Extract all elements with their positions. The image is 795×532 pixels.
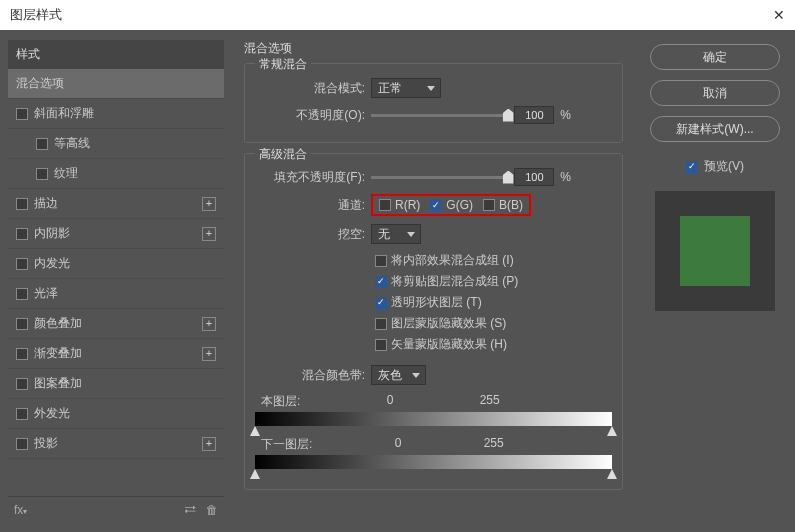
style-checkbox[interactable] (36, 138, 48, 150)
channel-r[interactable]: R(R) (379, 198, 420, 212)
panel-title: 混合选项 (244, 40, 623, 57)
style-item-12[interactable]: 投影+ (8, 429, 224, 459)
advanced-title: 高级混合 (255, 146, 311, 163)
style-checkbox[interactable] (16, 378, 28, 390)
fill-slider[interactable] (371, 176, 508, 179)
style-item-7[interactable]: 光泽 (8, 279, 224, 309)
cancel-button[interactable]: 取消 (650, 80, 780, 106)
style-item-6[interactable]: 内发光 (8, 249, 224, 279)
style-label: 内阴影 (34, 225, 70, 242)
adv-opt-3[interactable]: 图层蒙版隐藏效果 (S) (375, 315, 612, 332)
style-label: 颜色叠加 (34, 315, 82, 332)
style-item-4[interactable]: 描边+ (8, 189, 224, 219)
style-item-1[interactable]: 斜面和浮雕 (8, 99, 224, 129)
styles-header: 样式 (8, 40, 224, 69)
style-label: 光泽 (34, 285, 58, 302)
add-icon[interactable]: + (202, 347, 216, 361)
advanced-blend-group: 高级混合 填充不透明度(F): % 通道: R(R) G(G) B(B) 挖空: (244, 153, 623, 490)
style-checkbox[interactable] (16, 408, 28, 420)
style-checkbox[interactable] (16, 108, 28, 120)
knockout-select[interactable]: 无 (371, 224, 421, 244)
pct-label: % (560, 108, 571, 122)
style-checkbox[interactable] (16, 348, 28, 360)
preview-swatch-box (655, 191, 775, 311)
content-panel: 混合选项 常规混合 混合模式: 正常 不透明度(O): % 高级混合 填充不透明… (232, 30, 635, 532)
blendif-select[interactable]: 灰色 (371, 365, 426, 385)
this-layer-label: 本图层: (261, 393, 300, 410)
general-title: 常规混合 (255, 56, 311, 73)
close-icon[interactable]: ✕ (773, 7, 785, 23)
style-label: 混合选项 (16, 75, 64, 92)
style-checkbox[interactable] (36, 168, 48, 180)
adv-opt-4[interactable]: 矢量蒙版隐藏效果 (H) (375, 336, 612, 353)
arrow-up-down-icon[interactable]: ⮂ (184, 503, 196, 517)
window-title: 图层样式 (10, 6, 62, 24)
add-icon[interactable]: + (202, 317, 216, 331)
style-checkbox[interactable] (16, 228, 28, 240)
style-label: 外发光 (34, 405, 70, 422)
style-label: 渐变叠加 (34, 345, 82, 362)
style-item-11[interactable]: 外发光 (8, 399, 224, 429)
right-panel: 确定 取消 新建样式(W)... 预览(V) (635, 30, 795, 532)
opacity-label: 不透明度(O): (255, 107, 365, 124)
advanced-options: 将内部效果混合成组 (I)将剪贴图层混合成组 (P)透明形状图层 (T)图层蒙版… (375, 252, 612, 353)
fx-icon[interactable]: fx▾ (14, 503, 27, 517)
fill-opacity-label: 填充不透明度(F): (255, 169, 365, 186)
preview-swatch (680, 216, 750, 286)
style-item-8[interactable]: 颜色叠加+ (8, 309, 224, 339)
channel-highlight: R(R) G(G) B(B) (371, 194, 531, 216)
channel-label: 通道: (255, 197, 365, 214)
blend-mode-label: 混合模式: (255, 80, 365, 97)
style-checkbox[interactable] (16, 288, 28, 300)
style-label: 等高线 (54, 135, 90, 152)
style-checkbox[interactable] (16, 198, 28, 210)
style-item-9[interactable]: 渐变叠加+ (8, 339, 224, 369)
style-item-2[interactable]: 等高线 (8, 129, 224, 159)
style-label: 纹理 (54, 165, 78, 182)
fill-input[interactable] (514, 168, 554, 186)
adv-opt-1[interactable]: 将剪贴图层混合成组 (P) (375, 273, 612, 290)
opacity-slider[interactable] (371, 114, 508, 117)
style-label: 内发光 (34, 255, 70, 272)
style-list: 混合选项斜面和浮雕等高线纹理描边+内阴影+内发光光泽颜色叠加+渐变叠加+图案叠加… (8, 69, 224, 496)
channel-g[interactable]: G(G) (430, 198, 473, 212)
blend-mode-select[interactable]: 正常 (371, 78, 441, 98)
knockout-label: 挖空: (255, 226, 365, 243)
this-layer-gradient[interactable] (255, 412, 612, 426)
sidebar: 样式 混合选项斜面和浮雕等高线纹理描边+内阴影+内发光光泽颜色叠加+渐变叠加+图… (0, 30, 232, 532)
style-checkbox[interactable] (16, 318, 28, 330)
style-item-0[interactable]: 混合选项 (8, 69, 224, 99)
opacity-input[interactable] (514, 106, 554, 124)
add-icon[interactable]: + (202, 437, 216, 451)
style-checkbox[interactable] (16, 438, 28, 450)
next-layer-label: 下一图层: (261, 436, 312, 453)
adv-opt-2[interactable]: 透明形状图层 (T) (375, 294, 612, 311)
style-checkbox[interactable] (16, 258, 28, 270)
ok-button[interactable]: 确定 (650, 44, 780, 70)
style-item-3[interactable]: 纹理 (8, 159, 224, 189)
add-icon[interactable]: + (202, 197, 216, 211)
style-item-5[interactable]: 内阴影+ (8, 219, 224, 249)
general-blend-group: 常规混合 混合模式: 正常 不透明度(O): % (244, 63, 623, 143)
style-item-10[interactable]: 图案叠加 (8, 369, 224, 399)
channel-b[interactable]: B(B) (483, 198, 523, 212)
style-label: 描边 (34, 195, 58, 212)
sidebar-footer: fx▾ ⮂ 🗑 (8, 496, 224, 522)
trash-icon[interactable]: 🗑 (206, 503, 218, 517)
adv-opt-0[interactable]: 将内部效果混合成组 (I) (375, 252, 612, 269)
new-style-button[interactable]: 新建样式(W)... (650, 116, 780, 142)
preview-checkbox[interactable]: 预览(V) (686, 158, 744, 175)
style-label: 斜面和浮雕 (34, 105, 94, 122)
style-label: 图案叠加 (34, 375, 82, 392)
next-layer-gradient[interactable] (255, 455, 612, 469)
style-label: 投影 (34, 435, 58, 452)
blendif-label: 混合颜色带: (255, 367, 365, 384)
titlebar: 图层样式 ✕ (0, 0, 795, 30)
add-icon[interactable]: + (202, 227, 216, 241)
